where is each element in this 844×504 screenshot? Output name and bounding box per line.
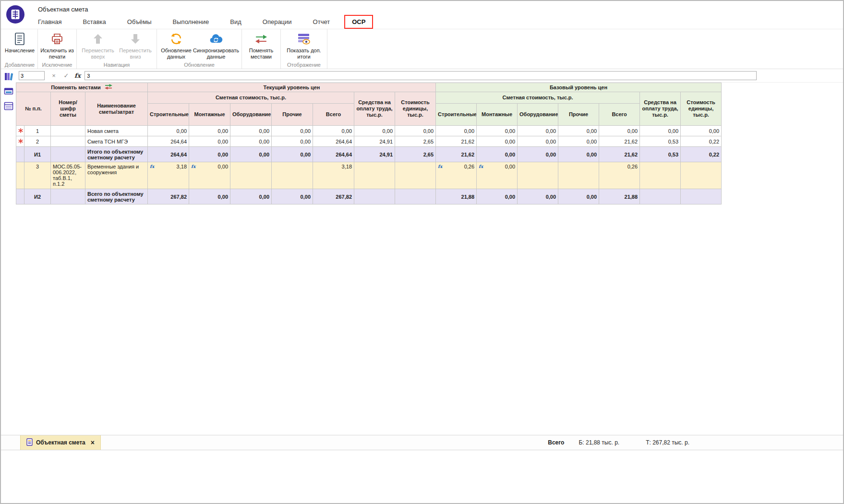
row-code-cell[interactable] xyxy=(51,136,85,147)
value-cell[interactable] xyxy=(681,162,722,189)
value-cell[interactable]: 0,00 xyxy=(477,126,518,136)
row-name-cell[interactable]: Итого по объектному сметному расчету xyxy=(85,147,148,162)
value-cell[interactable]: 21,62 xyxy=(599,147,640,162)
tab-otchet[interactable]: Отчет xyxy=(313,16,330,28)
value-cell[interactable]: 3,18 xyxy=(313,162,354,189)
value-cell[interactable]: 24,91 xyxy=(354,136,395,147)
row-number-cell[interactable]: И1 xyxy=(24,147,51,162)
value-cell[interactable] xyxy=(354,189,395,204)
value-cell[interactable]: 264,64 xyxy=(313,147,354,162)
value-cell[interactable]: fx0,26 xyxy=(436,162,477,189)
value-cell[interactable] xyxy=(395,162,436,189)
estimate-row[interactable]: 3МОС.05.05-006.2022, таб.В.1, п.1.2Време… xyxy=(16,162,722,189)
value-cell[interactable] xyxy=(230,162,272,189)
value-cell[interactable]: 0,00 xyxy=(189,126,230,136)
row-number-cell[interactable]: И2 xyxy=(24,189,51,204)
row-number-cell[interactable]: 1 xyxy=(24,126,51,136)
value-cell[interactable]: 24,91 xyxy=(354,147,395,162)
row-name-cell[interactable]: Временные здания и сооружения xyxy=(85,162,148,189)
tab-vypolnenie[interactable]: Выполнение xyxy=(173,16,209,28)
value-cell[interactable]: 21,62 xyxy=(599,136,640,147)
value-cell[interactable]: 0,00 xyxy=(518,189,558,204)
estimate-row[interactable]: 2Смета ТСН МГЭ264,640,000,000,00264,6424… xyxy=(16,136,722,147)
value-cell[interactable]: 0,53 xyxy=(640,147,681,162)
value-cell[interactable]: 264,64 xyxy=(313,136,354,147)
value-cell[interactable]: 0,00 xyxy=(272,126,313,136)
value-cell[interactable]: 0,00 xyxy=(518,147,558,162)
value-cell[interactable]: 0,26 xyxy=(599,162,640,189)
value-cell[interactable]: 0,00 xyxy=(558,147,599,162)
estimate-row[interactable]: И1Итого по объектному сметному расчету26… xyxy=(16,147,722,162)
value-cell[interactable]: 0,00 xyxy=(558,126,599,136)
value-cell[interactable]: 0,00 xyxy=(230,136,272,147)
value-cell[interactable]: 0,00 xyxy=(189,189,230,204)
value-cell[interactable]: 0,00 xyxy=(272,189,313,204)
value-cell[interactable]: 21,88 xyxy=(599,189,640,204)
value-cell[interactable]: 0,00 xyxy=(477,189,518,204)
value-cell[interactable] xyxy=(354,162,395,189)
value-cell[interactable]: 0,00 xyxy=(272,136,313,147)
estimate-row[interactable]: И2Всего по объектному сметному расчету26… xyxy=(16,189,722,204)
value-cell[interactable]: fx0,00 xyxy=(189,162,230,189)
accept-icon[interactable]: ✓ xyxy=(63,72,70,79)
app-logo-icon[interactable] xyxy=(6,5,25,24)
value-cell[interactable]: 0,00 xyxy=(477,147,518,162)
value-cell[interactable]: 264,64 xyxy=(148,136,189,147)
row-code-cell[interactable]: МОС.05.05-006.2022, таб.В.1, п.1.2 xyxy=(51,162,85,189)
value-cell[interactable]: 0,00 xyxy=(681,126,722,136)
value-cell[interactable] xyxy=(518,162,558,189)
header-swap-columns[interactable]: Поменять местами xyxy=(16,83,148,92)
panels-view-icon[interactable] xyxy=(3,86,14,96)
value-cell[interactable]: 0,00 xyxy=(477,136,518,147)
value-cell[interactable]: 0,00 xyxy=(189,147,230,162)
estimates-structure-icon[interactable] xyxy=(3,71,14,82)
close-icon[interactable]: × xyxy=(91,439,95,446)
value-cell[interactable]: 21,62 xyxy=(436,147,477,162)
value-cell[interactable]: 0,00 xyxy=(354,126,395,136)
value-cell[interactable]: fx3,18 xyxy=(148,162,189,189)
value-cell[interactable]: 0,00 xyxy=(558,136,599,147)
value-cell[interactable]: 0,00 xyxy=(230,147,272,162)
value-cell[interactable]: 0,00 xyxy=(230,189,272,204)
row-number-cell[interactable]: 2 xyxy=(24,136,51,147)
value-cell[interactable]: 2,65 xyxy=(395,147,436,162)
row-number-cell[interactable]: 3 xyxy=(24,162,51,189)
tab-osr[interactable]: ОСР xyxy=(344,15,373,29)
tab-operacii[interactable]: Операции xyxy=(263,16,292,28)
tab-glavnaya[interactable]: Главная xyxy=(38,16,61,28)
value-cell[interactable]: 0,22 xyxy=(681,147,722,162)
clear-icon[interactable]: × xyxy=(50,72,57,79)
value-cell[interactable]: 0,00 xyxy=(189,136,230,147)
move-down-button[interactable]: Переместить вниз xyxy=(117,31,154,60)
value-cell[interactable] xyxy=(640,162,681,189)
value-cell[interactable]: 2,65 xyxy=(395,136,436,147)
refresh-data-button[interactable]: Обновление данных xyxy=(159,31,193,60)
value-cell[interactable]: 0,00 xyxy=(518,136,558,147)
exclude-from-print-button[interactable]: Исключить из печати xyxy=(40,31,74,60)
tab-obyomy[interactable]: Объёмы xyxy=(127,16,152,28)
value-cell[interactable]: 267,82 xyxy=(148,189,189,204)
value-cell[interactable]: 0,00 xyxy=(640,126,681,136)
row-code-cell[interactable] xyxy=(51,147,85,162)
row-name-cell[interactable]: Всего по объектному сметному расчету xyxy=(85,189,148,204)
row-name-cell[interactable]: Новая смета xyxy=(85,126,148,136)
table-view-icon[interactable] xyxy=(3,101,14,111)
show-extra-totals-button[interactable]: Показать доп. итоги xyxy=(283,31,325,60)
value-cell[interactable]: 0,00 xyxy=(518,126,558,136)
row-name-cell[interactable]: Смета ТСН МГЭ xyxy=(85,136,148,147)
value-cell[interactable]: 267,82 xyxy=(313,189,354,204)
value-cell[interactable]: fx0,00 xyxy=(477,162,518,189)
swap-rows-button[interactable]: Поменять местами xyxy=(244,31,278,60)
tab-vid[interactable]: Вид xyxy=(230,16,241,28)
value-cell[interactable]: 0,00 xyxy=(313,126,354,136)
row-code-cell[interactable] xyxy=(51,126,85,136)
value-cell[interactable]: 264,64 xyxy=(148,147,189,162)
value-cell[interactable] xyxy=(640,189,681,204)
row-code-cell[interactable] xyxy=(51,189,85,204)
move-up-button[interactable]: Переместить вверх xyxy=(79,31,117,60)
value-cell[interactable]: 0,00 xyxy=(395,126,436,136)
value-cell[interactable]: 0,00 xyxy=(230,126,272,136)
document-tab[interactable]: Объектная смета × xyxy=(20,435,101,450)
tab-vstavka[interactable]: Вставка xyxy=(83,16,106,28)
sync-data-button[interactable]: Синхронизировать данные xyxy=(193,31,239,60)
